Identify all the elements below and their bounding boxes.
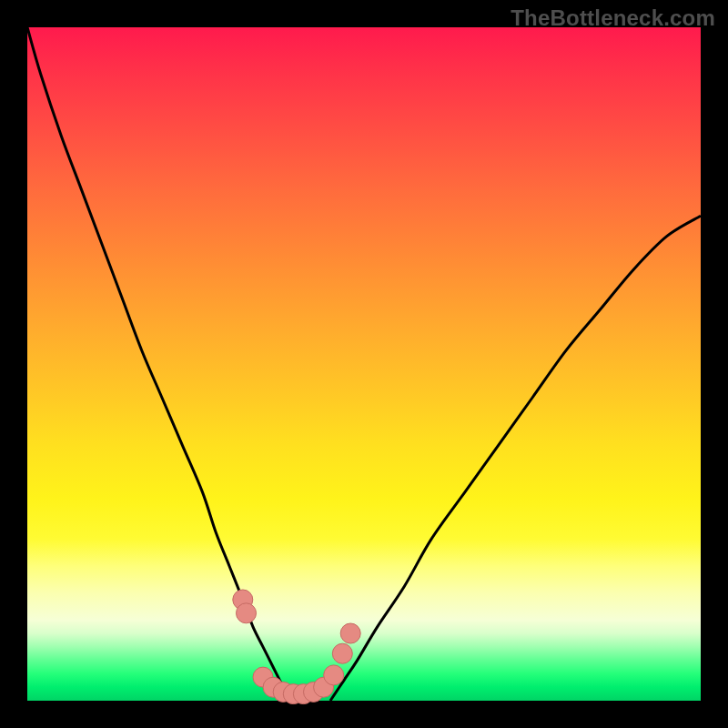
chart-frame: TheBottleneck.com — [0, 0, 728, 728]
marker-dot — [332, 643, 352, 663]
watermark-text: TheBottleneck.com — [511, 5, 715, 31]
marker-dot — [340, 623, 360, 643]
right-valley-curve — [330, 216, 701, 701]
marker-dot — [324, 665, 344, 685]
curve-overlay — [27, 27, 701, 701]
marker-dot — [237, 603, 257, 623]
valley-markers — [233, 590, 360, 704]
